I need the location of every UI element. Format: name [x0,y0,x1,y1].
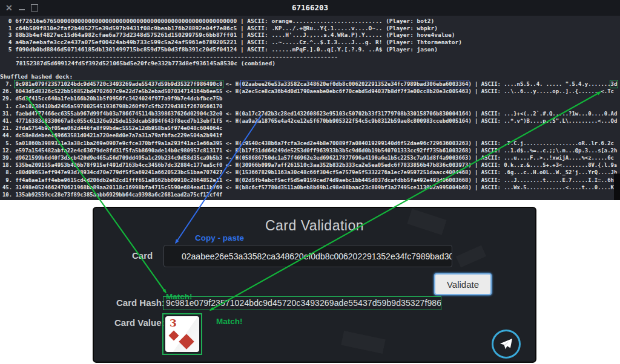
card-field-label: Card [132,250,153,261]
deck-header: Shuffled hashed deck: [0,73,620,80]
terminal-window: ✕ 67166203 0 6f72616e6765000000000000000… [0,0,620,200]
dialog-title: Card Validation [94,218,535,234]
player-hash-lines: 0 6f72616e676500000000000000000000000000… [5,18,620,53]
decor-shape [456,245,486,268]
deck-hash-line: 12. e597a1545482abfa22e4c63679de8fd31f5f… [2,147,620,154]
deck-hash-line: 45. 31498e0524662470621968ba89aa20118c16… [2,184,620,191]
match-label-card: Match! [216,317,243,326]
deck-hash-line: 10. 135ab92559cc28e73f89c385aabb6929bb64… [2,191,620,198]
deck-hash-line: 29. d5d3f415cc640a1feb166b20b1b5f0956fc3… [2,95,620,102]
combined-label: (combined) [241,60,275,67]
scrollbar-thumb[interactable] [614,174,620,200]
playing-card-3-of-diamonds: 3 [165,316,199,352]
deck-hash-line: 1. c3e10238410bd2456a5970025451936798b26… [2,103,620,110]
deck-hash-line: 18. 535be209155a4953b496b78f915ef491d716… [2,161,620,169]
deck-hash-line: 31. faebd4777466ec6355ab967d99f4b03a7866… [2,110,620,117]
player-hash-line: 3 88b3b4ef4827ec15d64a982cfae6a773d2348d… [5,31,620,39]
card-value-box: 3 [162,313,202,355]
card-hash-value: 9c981e079f23571024bdc9d45720c3493269ade5… [163,296,441,310]
screenshot-stage: ✕ 67166203 0 6f72616e6765000000000000000… [0,0,620,364]
deck-hash-line: 5. 5a01860b3989311e3a38c1ba269e0907e9cfc… [2,140,620,147]
window-title: 67166203 [0,0,620,16]
deck-hash-line: 26. 6043d5d8326c522bb56852bd4702607c9e22… [2,88,620,95]
diamond-icon [179,334,194,349]
card-value-label: Card Value: [114,317,165,328]
deck-hash-line: 44. dc58e8debeec69663581d0421a720ee8d0e7… [2,132,620,139]
player-hash-line: 5 f090db0bd8846d507146185db1301499715bc8… [5,46,620,53]
deck-hash-line: 8. c80d09653eff947e93d78934cd70e779df5f5… [2,169,620,176]
decor-shape [341,331,385,354]
player-hash-line: 0 6f72616e676500000000000000000000000000… [5,18,620,25]
combined-hash: 78152387d5d699124fd5f392d521065bd5e20fc9… [16,60,237,67]
deck-hash-line: 7. 9c981e079f23571024bdc9d45720c3493269a… [2,80,620,88]
paper-plane-icon [499,337,513,351]
terminal-output: 0 6f72616e676500000000000000000000000000… [0,16,620,200]
card-hash-label: Card Hash: [116,297,165,308]
deck-hash-line: 9. ff4a6ae1aff4ebe9615cd4d206db2e62cd1ff… [2,177,620,184]
deck-hash-line: 39. d9621599b6d40f3d3cb420d9e465a56d709d… [2,154,620,161]
terminal-titlebar: ✕ 67166203 [0,0,620,16]
card-validation-dialog: Card Validation Copy - paste Card Valida… [93,207,536,363]
deck-hash-line: 21. 2fda5754b9bf05ea062d446fa8f99bdec555… [2,125,620,132]
deck-hash-lines: 7. 9c981e079f23571024bdc9d45720c3493269a… [5,80,620,198]
separator-line: ----------------------------------------… [5,53,620,60]
card-input[interactable] [163,245,452,267]
validate-button[interactable]: Validate [434,273,492,295]
diamond-icon [169,331,179,341]
player-hash-line: 4 a4ba7eebafe3cc2e437a075ef00424ab49b733… [5,39,620,46]
player-hash-line: 1 c64b509f810e2faf2b405275e39d597b9431f0… [5,25,620,32]
deck-hash-line: 41. 47716383d8330667a8c055c61326e925de15… [2,117,620,125]
send-button[interactable] [492,330,521,359]
card-rank: 3 [170,317,177,329]
copy-paste-label: Copy - paste [195,233,244,242]
combined-hash-line: 78152387d5d699124fd5f392d521065bd5e20fc9… [5,60,620,67]
